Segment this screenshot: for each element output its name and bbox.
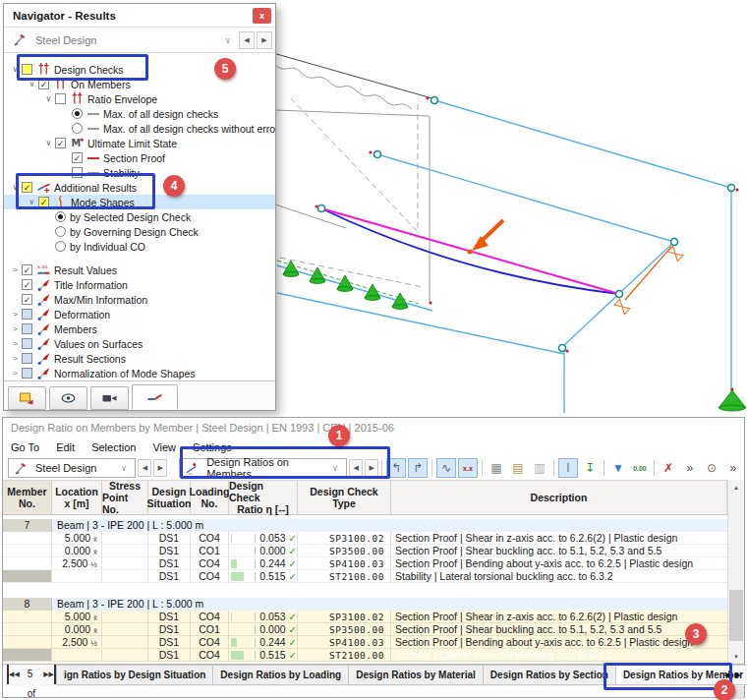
menu-item-edit[interactable]: Edit — [56, 441, 75, 453]
checkbox[interactable]: ✓ — [22, 279, 32, 290]
expander-icon[interactable]: ∨ — [9, 65, 22, 74]
checkbox[interactable]: ✓ — [22, 294, 32, 305]
checkbox[interactable]: ✓ — [38, 79, 49, 89]
table-tab[interactable]: Design Ratios by Material — [348, 665, 484, 685]
expander-icon[interactable]: > — [9, 310, 22, 319]
expander-icon[interactable]: > — [9, 265, 22, 274]
previous-result-type-button[interactable]: ◀ — [349, 459, 363, 477]
scroll-up-icon[interactable]: ▴ — [728, 480, 744, 495]
result-row[interactable]: 2.500 ½DS1CO40.244✓SP4100.03Section Proo… — [3, 557, 727, 570]
tree-item[interactable]: >Normalization of Mode Shapes — [4, 366, 275, 380]
last-record-button[interactable]: ▶ — [49, 665, 56, 684]
scrollbar-thumb[interactable] — [729, 590, 743, 641]
radio-button[interactable] — [55, 211, 66, 222]
tree-item[interactable]: by Individual CO — [4, 239, 275, 254]
tab-display[interactable] — [49, 386, 87, 410]
show-result-values-button[interactable]: x.x — [458, 458, 478, 478]
column-header[interactable]: Design CheckType — [298, 481, 391, 514]
module-combo[interactable]: Steel Design ∨ — [8, 458, 136, 478]
result-type-combo[interactable]: Design Ratios on Members ∨ — [179, 458, 347, 478]
member-group-row[interactable]: 7Beam | 3 - IPE 200 | L : 5.000 m — [3, 519, 727, 532]
tab-views[interactable] — [90, 386, 129, 410]
column-header[interactable]: LoadingNo. — [191, 481, 229, 514]
radio-button[interactable] — [55, 241, 66, 252]
expander-icon[interactable]: ∨ — [9, 183, 22, 192]
tree-item[interactable]: by Selected Design Check — [4, 209, 275, 224]
filter-button[interactable]: ▼ — [608, 458, 628, 478]
tree-item[interactable]: ∨✓Additional Results — [4, 180, 275, 195]
previous-module-button[interactable]: ◀ — [239, 31, 255, 49]
tree-item[interactable]: ✓Section Proof — [4, 150, 275, 165]
expander-icon[interactable]: > — [9, 324, 22, 333]
tree-item[interactable]: >Values on Surfaces — [4, 336, 275, 351]
result-row[interactable]: 0.000 x̄DS1CO10.000✓SP3500.00Section Pro… — [3, 623, 727, 636]
member-group-row[interactable]: 8Beam | 3 - IPE 200 | L : 5.000 m — [3, 598, 727, 611]
checkbox[interactable]: ✓ — [22, 182, 32, 193]
checkbox[interactable] — [22, 309, 32, 320]
checkbox[interactable]: ✓ — [22, 264, 32, 275]
close-icon[interactable]: x — [253, 8, 271, 24]
result-row[interactable]: 2.500 ½DS1CO40.244✓SP4100.03Section Proo… — [3, 636, 727, 649]
radio-button[interactable] — [72, 123, 83, 134]
menu-item-selection[interactable]: Selection — [91, 441, 136, 453]
sync-selection-button[interactable]: ↰ — [386, 458, 406, 478]
result-row[interactable]: 5.000 x̄DS1CO40.053✓SP3100.02Section Pro… — [3, 611, 727, 623]
radio-button[interactable] — [72, 108, 83, 119]
expander-icon[interactable]: > — [9, 354, 22, 363]
next-table-button[interactable]: ▶ — [153, 459, 167, 477]
result-row[interactable]: 0.000 x̄DS1CO10.000✓SP3500.00Section Pro… — [3, 545, 727, 557]
tree-item[interactable]: Stability — [4, 165, 275, 180]
jump-to-graphic-button[interactable]: ↱ — [408, 458, 428, 478]
table-tab[interactable]: ign Ratios by Design Situation — [56, 665, 213, 685]
vertical-scrollbar[interactable]: ▴ ▾ — [727, 480, 744, 664]
table-grid-button[interactable]: ▦ — [487, 458, 506, 478]
tree-item[interactable]: Max. of all design checks — [4, 106, 275, 121]
next-module-button[interactable]: ▶ — [257, 31, 272, 49]
previous-table-button[interactable]: ◀ — [138, 459, 151, 477]
checkbox[interactable] — [55, 93, 66, 104]
tree-item[interactable]: ✓Max/Min Information — [4, 292, 275, 307]
tree-item[interactable]: >Deformation — [4, 307, 275, 321]
section-details-button[interactable]: I — [558, 458, 578, 478]
checkbox[interactable] — [22, 338, 32, 349]
result-row[interactable]: 5.000 x̄DS1CO40.053✓SP3100.02Section Pro… — [3, 532, 727, 545]
clear-selection-button[interactable]: ✗ — [659, 458, 678, 478]
next-result-type-button[interactable]: ▶ — [365, 459, 378, 477]
tree-item[interactable]: ∨✓On Members — [4, 77, 275, 91]
radio-button[interactable] — [55, 226, 66, 237]
export-table-button[interactable]: ↧ — [580, 458, 600, 478]
tree-item[interactable]: ∨Ratio Envelope — [4, 91, 275, 106]
result-row[interactable]: DS1CO40.515✓ST2100.00Stability | Lateral… — [3, 570, 727, 583]
column-header[interactable]: MemberNo. — [3, 481, 52, 514]
column-header[interactable]: Locationx [m] — [52, 481, 102, 514]
tab-results[interactable] — [132, 384, 178, 410]
column-header[interactable]: StressPoint No. — [102, 481, 148, 514]
expander-icon[interactable]: > — [9, 339, 22, 348]
tree-item[interactable]: >Result Sections — [4, 351, 275, 366]
menu-item-settings[interactable]: Settings — [193, 441, 232, 453]
checkbox[interactable] — [22, 368, 32, 379]
tree-item[interactable]: >Members — [4, 321, 275, 336]
tab-data[interactable] — [8, 386, 46, 410]
table-columns-button[interactable]: ▥ — [530, 458, 549, 478]
tree-item[interactable]: ✓Title Information — [4, 277, 275, 292]
column-header[interactable]: Description — [391, 481, 727, 514]
tab-scroll-right-icon[interactable]: ▶ — [732, 666, 743, 684]
table-add-rows-button[interactable]: ▤ — [508, 458, 528, 478]
checkbox[interactable]: ✓ — [55, 138, 66, 148]
scroll-down-icon[interactable]: ▾ — [728, 649, 744, 664]
column-header[interactable]: DesignSituation — [148, 481, 191, 514]
tree-item[interactable]: by Governing Design Check — [4, 224, 275, 239]
more-tools-chevron[interactable]: » — [680, 458, 700, 478]
cell-description[interactable]: Stability | Lateral torsional buckling a… — [391, 649, 727, 662]
checkbox[interactable] — [22, 323, 32, 334]
show-result-diagram-button[interactable]: ∿ — [436, 458, 456, 478]
expander-icon[interactable]: ∨ — [42, 94, 55, 103]
column-header[interactable]: Design CheckRatio η [--] — [229, 481, 298, 514]
menu-item-view[interactable]: View — [152, 441, 176, 453]
find-in-table-button[interactable]: ⊙ — [702, 458, 721, 478]
checkbox[interactable] — [22, 64, 32, 75]
checkbox[interactable] — [72, 167, 83, 178]
checkbox[interactable]: ✓ — [72, 152, 83, 163]
table-tab[interactable]: Design Ratios by Loading — [212, 665, 349, 685]
